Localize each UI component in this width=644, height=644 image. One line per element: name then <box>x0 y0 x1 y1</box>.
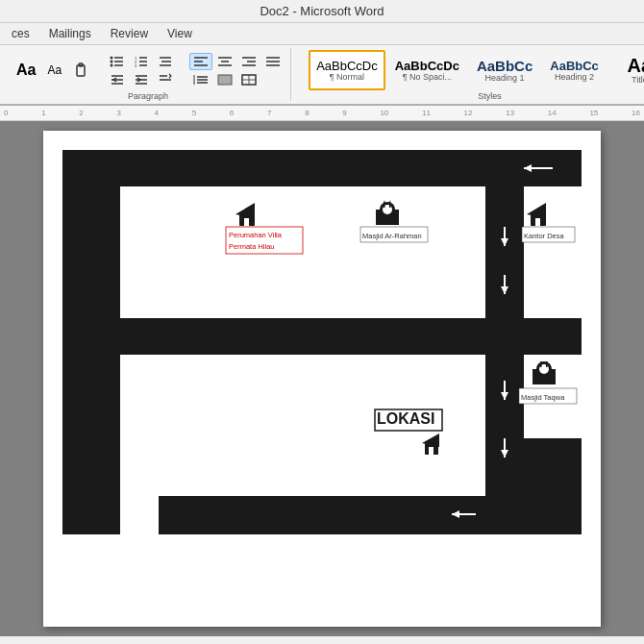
style-heading1-label: Heading 1 <box>485 73 525 83</box>
menu-review[interactable]: Review <box>107 25 152 42</box>
svg-text:3: 3 <box>135 62 137 67</box>
styles-group: AaBbCcDc ¶ Normal AaBbCcDc ¶ No Spaci...… <box>303 48 644 101</box>
ribbon-row: Aa Aa 123 <box>0 45 644 104</box>
align-center-btn[interactable] <box>213 53 236 70</box>
style-title-preview: Aa <box>628 56 644 75</box>
style-heading1-preview: AaBbCc <box>477 59 533 73</box>
style-heading2-preview: AaBbCc <box>550 60 599 72</box>
svg-rect-50 <box>159 496 485 534</box>
word-page: Perumahan Villa Permata Hilau Masjid Ar-… <box>43 131 601 627</box>
svg-rect-54 <box>524 186 582 318</box>
style-title[interactable]: Aa Title <box>608 50 644 90</box>
style-heading1[interactable]: AaBbCc Heading 1 <box>469 50 540 90</box>
ribbon: Aa Aa 123 <box>0 45 644 106</box>
style-nospacing-label: ¶ No Spaci... <box>403 72 452 82</box>
style-nospacing-preview: AaBbCcDc <box>395 60 459 72</box>
line-spacing-btn[interactable] <box>189 71 212 88</box>
ruler: 012345678910111213141516 <box>0 106 644 121</box>
svg-rect-99 <box>429 447 433 455</box>
increase-indent-btn[interactable] <box>130 71 153 88</box>
svg-point-7 <box>111 63 113 66</box>
borders-btn[interactable] <box>237 71 260 88</box>
font-controls: Aa Aa 123 <box>12 50 285 90</box>
svg-text:Masjid Taqwa: Masjid Taqwa <box>521 393 565 402</box>
justify-btn[interactable] <box>261 53 285 70</box>
multilevel-list-btn[interactable] <box>154 53 177 70</box>
svg-text:Masjid Ar-Rahman: Masjid Ar-Rahman <box>362 232 422 240</box>
svg-point-6 <box>111 60 113 62</box>
style-normal[interactable]: AaBbCcDc ¶ Normal <box>309 50 385 90</box>
ruler-markers: 012345678910111213141516 <box>4 109 640 117</box>
bullet-list-btn[interactable] <box>106 53 129 70</box>
menu-mailings[interactable]: Mailings <box>45 25 95 42</box>
style-title-label: Title <box>632 75 644 85</box>
menu-bar: ces Mailings Review View <box>0 23 644 45</box>
font-clipboard-btn[interactable] <box>68 60 93 81</box>
decrease-indent-btn[interactable] <box>106 71 129 88</box>
menu-ces[interactable]: ces <box>8 25 34 42</box>
font-aa-btn[interactable]: Aa <box>42 60 66 81</box>
svg-rect-85 <box>535 218 540 226</box>
svg-text:Permata Hilau: Permata Hilau <box>229 242 275 251</box>
svg-rect-52 <box>485 355 524 496</box>
style-heading2[interactable]: AaBbCc Heading 2 <box>542 50 607 90</box>
align-left-btn[interactable] <box>189 53 212 70</box>
svg-rect-91 <box>540 361 542 367</box>
style-heading2-label: Heading 2 <box>555 72 594 82</box>
svg-text:LOKASI: LOKASI <box>377 410 434 427</box>
document-area: Perumahan Villa Permata Hilau Masjid Ar-… <box>0 121 644 636</box>
shading-btn[interactable] <box>213 71 236 88</box>
svg-rect-51 <box>524 438 582 534</box>
style-nospacing[interactable]: AaBbCcDc ¶ No Spaci... <box>387 50 467 90</box>
svg-rect-40 <box>218 75 232 85</box>
svg-point-5 <box>111 56 113 59</box>
styles-row: AaBbCcDc ¶ Normal AaBbCcDc ¶ No Spaci...… <box>309 50 644 90</box>
styles-label: Styles <box>309 90 644 101</box>
numbered-list-btn[interactable]: 123 <box>130 53 153 70</box>
align-right-btn[interactable] <box>237 53 260 70</box>
title-text: Doc2 - Microsoft Word <box>260 4 384 18</box>
sort-btn[interactable] <box>154 71 177 88</box>
style-normal-preview: AaBbCcDc <box>316 60 378 72</box>
font-size-btn[interactable]: Aa <box>12 59 40 82</box>
svg-rect-92 <box>546 361 548 367</box>
menu-view[interactable]: View <box>163 25 196 42</box>
svg-text:Perumahan Villa: Perumahan Villa <box>229 231 283 239</box>
svg-text:Kantor Desa: Kantor Desa <box>524 232 565 240</box>
svg-rect-48 <box>62 318 582 355</box>
style-normal-label: ¶ Normal <box>330 72 364 82</box>
title-bar: Doc2 - Microsoft Word <box>0 0 644 23</box>
map-svg: Perumahan Villa Permata Hilau Masjid Ar-… <box>62 150 582 534</box>
svg-rect-70 <box>244 218 249 226</box>
paragraph-label: Paragraph <box>12 90 285 101</box>
font-group: Aa Aa 123 <box>6 48 291 101</box>
